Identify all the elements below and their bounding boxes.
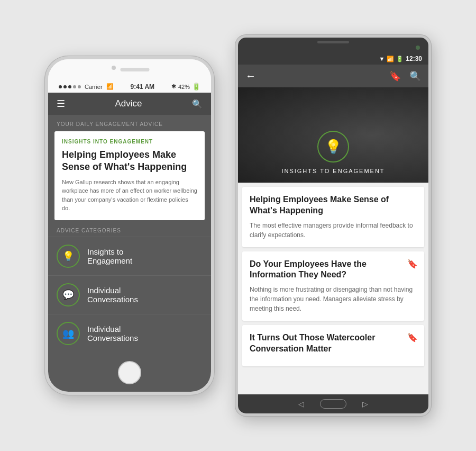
signal-dot-4	[73, 85, 76, 88]
carrier-dots: Carrier 📶	[59, 83, 114, 90]
battery-percent: 42%	[178, 84, 190, 90]
card-title: Helping Employees Make Sense of What's H…	[62, 149, 197, 174]
conversations-icon-2: 👥	[57, 322, 80, 345]
category-item-individual-1[interactable]: 💬 IndividualConversations	[48, 275, 211, 314]
article-3-bookmark-icon[interactable]: 🔖	[407, 332, 418, 342]
hero-icon: 💡	[317, 131, 349, 163]
iphone-speaker	[121, 68, 150, 71]
hero-title: INSIGHTS TO ENGAGEMENT	[281, 168, 385, 174]
android-signal-icon: 📶	[387, 56, 394, 62]
android-action-icons: 🔖 🔍	[389, 70, 421, 82]
signal-dot-3	[68, 85, 71, 88]
signal-dot-2	[63, 85, 67, 88]
android-camera	[416, 46, 420, 50]
search-icon[interactable]: 🔍	[192, 99, 203, 109]
android-back-nav[interactable]: ◁	[298, 400, 304, 408]
iphone-nav-title: Advice	[115, 98, 142, 109]
article-2-body: Nothing is more frustrating or disengagi…	[250, 285, 417, 313]
iphone-front-camera	[112, 66, 116, 70]
categories-label: ADVICE CATEGORIES	[48, 220, 211, 237]
android-device: ▼ 📶 🔋 12:30 ← 🔖 🔍 💡 INSIGHTS TO ENGAGEME…	[235, 35, 431, 416]
hamburger-icon[interactable]: ☰	[57, 98, 65, 110]
article-1-body: The most effective managers provide info…	[250, 221, 417, 240]
scene: Carrier 📶 9:41 AM ✱ 42% 🔋 ☰ Advice 🔍 YOU…	[0, 0, 476, 451]
android-speaker	[317, 41, 349, 43]
android-article-2[interactable]: 🔖 Do Your Employees Have the Information…	[242, 251, 424, 321]
android-search-icon[interactable]: 🔍	[409, 70, 421, 82]
android-battery-icon: 🔋	[396, 56, 404, 62]
article-3-title: It Turns Out Those Watercooler Conversat…	[250, 332, 417, 355]
iphone-home-button[interactable]	[118, 361, 141, 384]
conversations-icon-1: 💬	[57, 283, 80, 306]
featured-advice-card[interactable]: INSIGHTS INTO ENGAGEMENT Helping Employe…	[54, 131, 205, 220]
article-2-bookmark-icon[interactable]: 🔖	[407, 259, 418, 269]
android-article-1[interactable]: Helping Employees Make Sense of What's H…	[242, 187, 424, 247]
iphone-content: YOUR DAILY ENGAGEMENT ADVICE INSIGHTS IN…	[48, 115, 211, 354]
android-time: 12:30	[406, 55, 422, 62]
article-1-title: Helping Employees Make Sense of What's H…	[250, 194, 417, 217]
carrier-label: Carrier	[85, 84, 103, 90]
android-bookmark-icon[interactable]: 🔖	[389, 70, 401, 82]
conversations-label-1: IndividualConversations	[87, 286, 138, 304]
android-bottom-bar: ◁ ▷	[238, 394, 428, 413]
insights-label: Insights toEngagement	[87, 247, 132, 265]
iphone-battery-area: ✱ 42% 🔋	[171, 83, 200, 91]
android-status-right: ▼ 📶 🔋 12:30	[379, 55, 422, 62]
android-wifi-icon: ▼	[379, 56, 385, 62]
android-article-3[interactable]: 🔖 It Turns Out Those Watercooler Convers…	[242, 325, 424, 366]
android-hardware-top	[238, 38, 428, 52]
conversations-label-2: IndividualConversations	[87, 324, 138, 342]
insights-icon: 💡	[57, 245, 80, 268]
android-article-list: Helping Employees Make Sense of What's H…	[238, 183, 428, 394]
android-back-button[interactable]: ←	[245, 70, 256, 82]
android-status-bar: ▼ 📶 🔋 12:30	[238, 52, 428, 65]
card-body: New Gallup research shows that an engagi…	[62, 178, 197, 213]
signal-dot-1	[59, 85, 62, 88]
iphone-status-bar: Carrier 📶 9:41 AM ✱ 42% 🔋	[48, 78, 211, 93]
android-hero: 💡 INSIGHTS TO ENGAGEMENT	[238, 87, 428, 183]
bluetooth-icon: ✱	[171, 83, 176, 90]
iphone-device: Carrier 📶 9:41 AM ✱ 42% 🔋 ☰ Advice 🔍 YOU…	[45, 56, 214, 395]
category-item-insights[interactable]: 💡 Insights toEngagement	[48, 237, 211, 275]
category-item-individual-2[interactable]: 👥 IndividualConversations	[48, 314, 211, 353]
android-action-bar: ← 🔖 🔍	[238, 65, 428, 87]
android-home-btn[interactable]	[320, 399, 346, 409]
card-category: INSIGHTS INTO ENGAGEMENT	[62, 139, 197, 145]
daily-advice-label: YOUR DAILY ENGAGEMENT ADVICE	[48, 115, 211, 131]
battery-icon: 🔋	[192, 83, 200, 91]
article-2-title: Do Your Employees Have the Information T…	[250, 259, 417, 281]
signal-dot-5	[78, 85, 81, 88]
wifi-icon: 📶	[106, 83, 114, 90]
iphone-navbar: ☰ Advice 🔍	[48, 93, 211, 115]
android-recents-btn[interactable]: ▷	[362, 400, 368, 408]
iphone-time: 9:41 AM	[131, 83, 155, 91]
